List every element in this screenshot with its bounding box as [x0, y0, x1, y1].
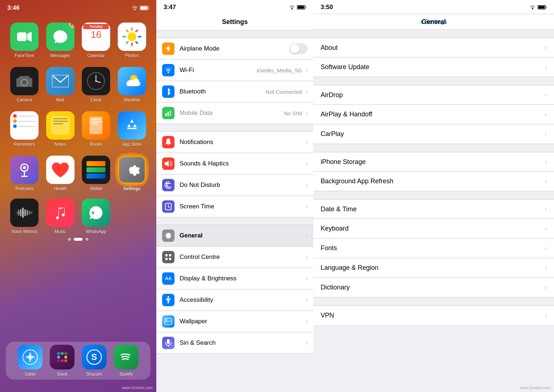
svg-rect-48 — [64, 356, 67, 359]
app-messages[interactable]: 1 Messages — [45, 23, 76, 58]
dock-spotify[interactable]: Spotify — [114, 345, 138, 377]
airplay-chevron: › — [545, 111, 547, 118]
dock-safari[interactable]: Safari — [18, 345, 43, 377]
general-row-softwareupdate[interactable]: Software Update › — [313, 57, 554, 77]
general-row-keyboard[interactable]: Keyboard › — [313, 219, 554, 239]
general-group-airdrop: AirDrop › AirPlay & Handoff › CarPlay › — [313, 85, 554, 144]
svg-rect-76 — [546, 7, 547, 8]
mobiledata-value: No SIM — [284, 110, 302, 116]
settings-row-wallpaper[interactable]: Wallpaper › — [156, 311, 313, 332]
general-row-airplay[interactable]: AirPlay & Handoff › — [313, 105, 554, 124]
app-notes[interactable]: Notes — [45, 111, 76, 147]
svg-rect-44 — [57, 356, 60, 359]
app-clock[interactable]: Clock — [80, 67, 112, 103]
app-calendar[interactable]: Tuesday 16 Calendar — [80, 23, 112, 58]
app-voicememos[interactable]: Voice Memos — [9, 199, 40, 234]
keyboard-chevron: › — [545, 225, 547, 232]
wallpaper-svg — [164, 318, 172, 325]
general-row-datetime[interactable]: Date & Time › — [313, 199, 554, 219]
svg-rect-51 — [57, 359, 60, 362]
settings-row-airplane[interactable]: Airplane Mode — [156, 38, 313, 60]
safari-svg — [22, 349, 38, 365]
settings-row-mobiledata[interactable]: Mobile Data No SIM › — [156, 103, 313, 124]
mail-label: Mail — [56, 97, 64, 103]
app-health[interactable]: Health — [45, 156, 76, 191]
general-row-fonts[interactable]: Fonts › — [313, 239, 554, 258]
dock-shazam[interactable]: S Shazam — [82, 345, 107, 377]
voice-label: Voice Memos — [11, 229, 37, 234]
general-row-about[interactable]: About › — [313, 38, 554, 57]
app-reminders[interactable]: Reminders — [9, 111, 40, 147]
softwareupdate-chevron: › — [545, 64, 547, 71]
app-appstore[interactable]: App Store — [116, 111, 148, 147]
general-group-datetime: Date & Time › Keyboard › Fonts › Languag… — [313, 199, 554, 297]
app-photos[interactable]: Photos — [116, 23, 148, 58]
settings-row-general[interactable]: General › — [156, 225, 313, 247]
app-music[interactable]: Music — [45, 199, 76, 234]
svg-point-32 — [23, 166, 26, 169]
app-mail[interactable]: Mail — [45, 67, 76, 103]
settings-icon — [118, 156, 146, 184]
weather-icon — [118, 67, 146, 95]
wallpaper-content: Wallpaper › — [180, 318, 308, 325]
mobiledata-label: Mobile Data — [180, 109, 213, 117]
app-wallet[interactable]: Wallet — [80, 156, 112, 191]
settings-time: 3:47 — [164, 4, 176, 11]
app-badge: 1 — [69, 23, 75, 28]
settings-row-donotdisturb[interactable]: Do Not Disturb › — [156, 175, 313, 196]
general-row-airdrop[interactable]: AirDrop › — [313, 85, 554, 105]
settings-row-screentime[interactable]: Screen Time › — [156, 196, 313, 217]
shazam-svg: S — [86, 349, 102, 365]
notes-label: Notes — [55, 142, 66, 147]
settings-row-wifi[interactable]: Wi-Fi iGeeks_Media_5G › — [156, 60, 313, 81]
app-facetime[interactable]: FaceTime — [9, 23, 40, 58]
books-label: Books — [90, 142, 102, 147]
settings-row-display[interactable]: AA Display & Brightness › — [156, 268, 313, 289]
general-time: 3:50 — [321, 4, 333, 11]
general-row-backgroundapp[interactable]: Background App Refresh › — [313, 172, 554, 191]
svg-marker-4 — [27, 32, 32, 42]
settings-row-sounds[interactable]: Sounds & Haptics › — [156, 153, 313, 175]
app-books[interactable]: Books — [80, 111, 112, 147]
app-whatsapp[interactable]: WhatsApp — [80, 199, 112, 234]
wifi-label: Wi-Fi — [180, 67, 194, 74]
controlcentre-icon — [162, 251, 174, 263]
weather-svg — [123, 72, 141, 90]
app-camera[interactable]: Camera — [9, 67, 40, 103]
siri-content: Siri & Search › — [180, 339, 308, 347]
svg-rect-6 — [131, 27, 133, 31]
settings-row-accessibility[interactable]: Accessibility › — [156, 289, 313, 311]
general-row-storage[interactable]: iPhone Storage › — [313, 152, 554, 172]
general-screen: 3:50 ‹ Settings General About › — [313, 0, 554, 392]
svg-point-70 — [168, 296, 169, 298]
general-row-content: General › — [180, 232, 308, 239]
general-row-vpn[interactable]: VPN › — [313, 305, 554, 325]
settings-group-general: General › Control Centre › AA Display — [156, 225, 313, 354]
app-podcasts[interactable]: Podcasts — [9, 156, 40, 191]
dock-slack[interactable]: Slack — [50, 345, 75, 377]
airplane-toggle[interactable] — [289, 43, 308, 54]
svg-rect-67 — [169, 254, 171, 256]
wifi-chevron: › — [306, 67, 308, 73]
app-settings-highlighted[interactable]: Settings — [116, 156, 148, 191]
settings-row-siri[interactable]: Siri & Search › — [156, 332, 313, 354]
general-row-dictionary[interactable]: Dictionary › — [313, 278, 554, 297]
mobiledata-content: Mobile Data No SIM › — [180, 109, 308, 117]
general-row-carplay[interactable]: CarPlay › — [313, 124, 554, 144]
general-row-language[interactable]: Language & Region › — [313, 258, 554, 278]
dictionary-label: Dictionary — [321, 284, 545, 291]
svg-rect-1 — [148, 7, 149, 9]
settings-row-notifications[interactable]: Notifications › — [156, 131, 313, 153]
svg-point-15 — [22, 80, 27, 85]
settings-status-bar: 3:47 — [156, 0, 313, 14]
general-watermark: www.iGeeks.com — [520, 385, 550, 390]
airplane-icon — [162, 43, 174, 55]
siri-icon — [162, 337, 174, 349]
settings-row-bluetooth[interactable]: Bluetooth Not Connected › — [156, 81, 313, 103]
svg-rect-47 — [64, 352, 67, 355]
about-chevron: › — [545, 44, 547, 51]
wifi-row-icon — [162, 64, 174, 76]
app-weather[interactable]: Weather — [116, 67, 148, 103]
settings-row-controlcentre[interactable]: Control Centre › — [156, 247, 313, 268]
screentime-content: Screen Time › — [180, 203, 308, 210]
